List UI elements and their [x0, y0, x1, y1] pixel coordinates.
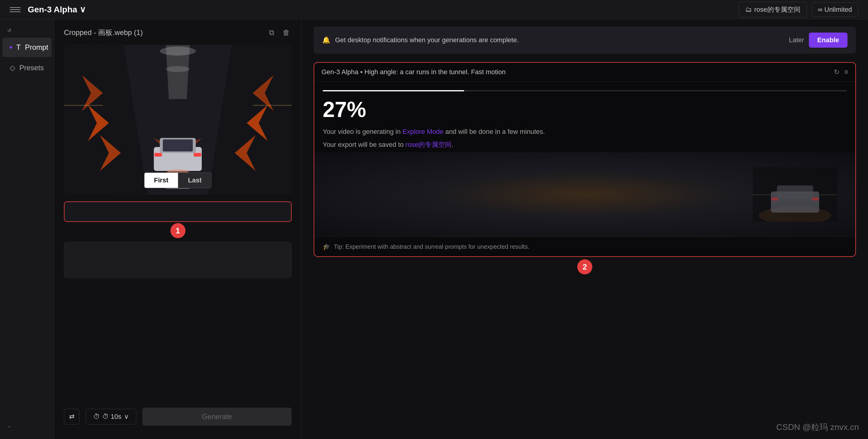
header-right: 🗂 rose的专属空间 ∞ Unlimited	[739, 2, 858, 18]
active-dot	[10, 46, 12, 49]
enable-button[interactable]: Enable	[809, 33, 847, 48]
progress-bar-bg	[323, 90, 847, 91]
sidebar: ↺ T Prompt ◇ Presets ←	[0, 19, 54, 439]
workspace-button[interactable]: 🗂 rose的专属空间	[739, 2, 807, 18]
first-frame-button[interactable]: First	[144, 173, 179, 188]
svg-rect-28	[777, 185, 813, 199]
svg-point-24	[166, 66, 190, 72]
settings-icon: ⇄	[69, 413, 74, 420]
tip-icon: 🎓	[323, 243, 330, 250]
last-frame-button[interactable]: Last	[178, 173, 211, 188]
generation-card: Gen-3 Alpha • High angle: a car runs in …	[314, 62, 856, 257]
progress-section: 27% Your video is generating in Explore …	[314, 82, 855, 150]
progress-text-before: Your video is generating in	[323, 128, 403, 135]
sidebar-collapse-button[interactable]: ←	[0, 419, 54, 434]
notification-bar: 🔔 Get desktop notifications when your ge…	[314, 27, 856, 54]
bell-icon: 🔔	[322, 36, 330, 44]
notification-actions: Later Enable	[789, 33, 847, 48]
generate-button[interactable]: Generate	[142, 408, 292, 426]
video-preview-bg	[314, 152, 855, 237]
main-content: ↺ T Prompt ◇ Presets ← Cropped - 画板.webp…	[0, 19, 868, 439]
later-button[interactable]: Later	[789, 36, 804, 44]
presets-icon: ◇	[10, 64, 15, 72]
unlimited-button[interactable]: ∞ Unlimited	[812, 2, 859, 17]
export-text: Your export will be saved to	[323, 141, 405, 148]
panel-title: Cropped - 画板.webp (1)	[64, 28, 143, 37]
sidebar-item-label: Prompt	[25, 43, 48, 52]
prompt-input-wrapper: High angle: a car runs in the tunnel. Fa…	[64, 201, 292, 222]
svg-rect-22	[253, 105, 292, 105]
frame-buttons: First Last	[144, 173, 212, 188]
panel-header: Cropped - 画板.webp (1) ⧉ 🗑	[64, 27, 292, 39]
gen-refresh-button[interactable]: ↻	[834, 68, 839, 76]
svg-rect-21	[64, 105, 103, 105]
step2-badge: 2	[577, 259, 592, 274]
progress-bar-fill	[323, 90, 464, 91]
image-preview: First Last	[64, 44, 292, 195]
sidebar-item-prompt[interactable]: T Prompt	[2, 38, 52, 57]
fake-video-bg	[314, 152, 855, 237]
header-left: Gen-3 Alpha ∨	[10, 4, 86, 15]
step1-badge: 1	[170, 223, 185, 238]
gen-menu-button[interactable]: ≡	[844, 68, 848, 76]
svg-rect-18	[154, 153, 162, 156]
folder-icon: 🗂	[745, 6, 752, 13]
center-panel: Cropped - 画板.webp (1) ⧉ 🗑	[54, 19, 302, 439]
gen-card-title: Gen-3 Alpha • High angle: a car runs in …	[321, 68, 506, 76]
progress-text-line2: Your export will be saved to rose的专属空间.	[323, 139, 847, 150]
export-text-end: .	[452, 141, 453, 148]
settings-button[interactable]: ⇄	[64, 409, 80, 425]
workspace-label: rose的专属空间	[754, 5, 801, 14]
sidebar-item-presets[interactable]: ◇ Presets	[2, 58, 52, 77]
car-preview-svg	[753, 167, 837, 222]
app-title[interactable]: Gen-3 Alpha ∨	[28, 4, 86, 14]
progress-text-line1: Your video is generating in Explore Mode…	[323, 126, 847, 137]
progress-percentage: 27%	[323, 99, 847, 120]
right-panel: 🔔 Get desktop notifications when your ge…	[302, 19, 868, 439]
svg-point-23	[160, 47, 196, 56]
unlimited-label: ∞ Unlimited	[818, 6, 852, 13]
notification-text-area: 🔔 Get desktop notifications when your ge…	[322, 36, 519, 44]
bottom-toolbar: ⇄ ⏱ ⏱ 10s ∨ Generate	[64, 402, 292, 432]
duration-label: ⏱ 10s	[102, 413, 122, 420]
image-container: First Last	[64, 44, 292, 195]
app-title-text: Gen-3 Alpha	[28, 5, 77, 14]
space-link[interactable]: rose的专属空间	[405, 141, 452, 148]
svg-rect-32	[819, 194, 837, 195]
prompt-input[interactable]: High angle: a car runs in the tunnel. Fa…	[70, 208, 285, 216]
duration-button[interactable]: ⏱ ⏱ 10s ∨	[86, 409, 136, 425]
sidebar-refresh-icon[interactable]: ↺	[0, 24, 54, 37]
notification-text: Get desktop notifications when your gene…	[335, 36, 519, 44]
menu-icon[interactable]	[10, 4, 21, 15]
clock-icon: ⏱	[93, 413, 100, 420]
tip-bar: 🎓 Tip: Experiment with abstract and surr…	[314, 237, 855, 256]
delete-button[interactable]: 🗑	[281, 27, 292, 39]
duplicate-button[interactable]: ⧉	[267, 27, 276, 39]
gen-card-header: Gen-3 Alpha • High angle: a car runs in …	[314, 63, 855, 82]
duration-chevron-icon: ∨	[124, 413, 129, 420]
chevron-down-icon: ∨	[80, 4, 86, 14]
svg-rect-29	[772, 197, 778, 200]
svg-rect-30	[812, 197, 818, 200]
svg-rect-17	[163, 139, 193, 152]
explore-mode-link[interactable]: Explore Mode	[403, 128, 444, 135]
prompt-icon: T	[16, 43, 21, 52]
progress-text-after: and will be done in a few minutes.	[443, 128, 545, 135]
tip-text: Tip: Experiment with abstract and surrea…	[334, 243, 529, 250]
sidebar-presets-label: Presets	[19, 64, 44, 72]
panel-actions: ⧉ 🗑	[267, 27, 292, 39]
prompt-textarea-area[interactable]	[64, 242, 292, 278]
gen-card-actions: ↻ ≡	[834, 68, 848, 76]
app-header: Gen-3 Alpha ∨ 🗂 rose的专属空间 ∞ Unlimited	[0, 0, 868, 19]
prompt-section: High angle: a car runs in the tunnel. Fa…	[64, 201, 292, 278]
svg-rect-19	[194, 153, 201, 156]
svg-rect-31	[753, 194, 771, 195]
